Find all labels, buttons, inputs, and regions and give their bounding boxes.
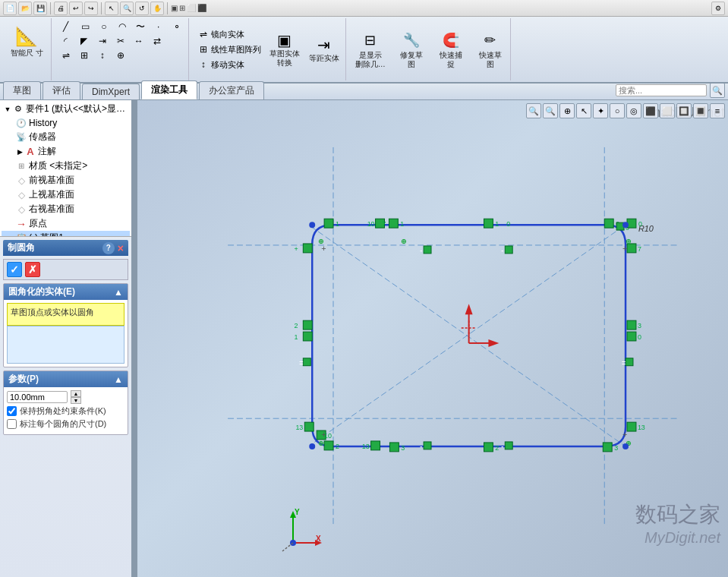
- mirror-entities-btn[interactable]: ⇌ 镜向实体: [195, 27, 263, 41]
- svg-text:+: +: [622, 430, 627, 439]
- offset-entities-btn[interactable]: ⇥ 等距实体: [306, 33, 342, 66]
- repair-sketch-btn[interactable]: 🔧 修复草图: [395, 28, 428, 71]
- rect-tool-btn[interactable]: ▭: [77, 20, 94, 33]
- redo-btn[interactable]: ↪: [84, 2, 98, 15]
- radius-up[interactable]: ▲: [71, 390, 81, 397]
- tree-root[interactable]: ▼ ⚙ 要件1 (默认<<默认>显…: [2, 102, 130, 116]
- point-tool-btn[interactable]: ·: [150, 20, 167, 33]
- search-btn[interactable]: 🔍: [710, 83, 725, 98]
- dimension-each-checkbox[interactable]: [7, 419, 17, 429]
- zoom-btn[interactable]: 🔍: [120, 2, 134, 15]
- pan-view-btn[interactable]: ✦: [593, 103, 608, 118]
- tree-item-history[interactable]: 🕐 History: [2, 116, 130, 130]
- svg-rect-39: [627, 320, 636, 329]
- extend-tool-btn[interactable]: ↔: [131, 34, 147, 48]
- new-btn[interactable]: 📄: [3, 2, 17, 15]
- cancel-fillet-button[interactable]: ✗: [25, 262, 40, 277]
- move-tool-btn[interactable]: ↕: [94, 49, 111, 62]
- view-menu-btn[interactable]: ≡: [710, 103, 725, 118]
- tab-dimxpert[interactable]: DimXpert: [82, 84, 140, 99]
- zoom-fit-btn[interactable]: ⊕: [559, 103, 575, 118]
- view-toolbar: 🔍 🔍 ⊕ ↖ ✦ ○ ◎ ⬛ ⬜ 🔲 🔳 ≡: [140, 103, 725, 118]
- line-icon: ╱: [60, 20, 72, 33]
- zoom-in-btn[interactable]: 🔍: [526, 103, 541, 118]
- tab-sketch[interactable]: 草图: [3, 81, 41, 99]
- help-button[interactable]: ?: [102, 242, 115, 254]
- chamfer-tool-btn[interactable]: ◤: [76, 34, 93, 48]
- tab-evaluate[interactable]: 评估: [43, 81, 80, 99]
- svg-text:7: 7: [638, 245, 641, 253]
- copy-tool-btn[interactable]: ⊕: [112, 49, 129, 62]
- fillet-entities-section: 圆角化的实体(E) ▲ 草图顶点或实体以圆角: [3, 283, 128, 367]
- sep3: [167, 2, 168, 14]
- view-display2-btn[interactable]: ⬛: [643, 103, 658, 118]
- right-plane-icon: ◇: [15, 203, 27, 216]
- zoom-out-btn[interactable]: 🔍: [543, 103, 558, 118]
- origin-icon: →: [15, 218, 27, 230]
- view-display5-btn[interactable]: 🔳: [693, 103, 708, 118]
- annotation-expand[interactable]: ▶: [15, 147, 24, 156]
- view-display1-btn[interactable]: ◎: [626, 103, 641, 118]
- view-display3-btn[interactable]: ⬜: [660, 103, 675, 118]
- move-entities-btn[interactable]: ↕ 移动实体: [195, 58, 263, 71]
- svg-rect-63: [303, 358, 310, 366]
- smart-dim-btn[interactable]: 📐 智能尺 寸: [8, 20, 46, 62]
- tree-item-annotation[interactable]: ▶ A 注解: [2, 144, 130, 159]
- view-orientation-btn[interactable]: ○: [610, 103, 625, 118]
- fillet-entities-collapse[interactable]: ▲: [114, 287, 123, 298]
- tab-render[interactable]: 渲染工具: [141, 80, 197, 99]
- quick-sketch-btn[interactable]: ✏ 快速草图: [474, 28, 507, 71]
- ok-button[interactable]: ✓: [7, 262, 22, 277]
- tree-item-top-plane[interactable]: ◇ 上视基准面: [2, 188, 130, 202]
- tree-front-plane-label: 前视基准面: [29, 174, 74, 187]
- tree-item-origin[interactable]: → 原点: [2, 216, 130, 231]
- tree-item-sensor[interactable]: 📡 传感器: [2, 130, 130, 144]
- tab-office[interactable]: 办公室产品: [199, 81, 264, 99]
- svg-text:+: +: [321, 430, 326, 439]
- save-btn[interactable]: 💾: [33, 2, 47, 15]
- fillet-entities-header[interactable]: 圆角化的实体(E) ▲: [4, 284, 128, 300]
- quick-snap-btn[interactable]: 🧲 快速捕捉: [434, 28, 468, 71]
- svg-rect-24: [376, 219, 385, 228]
- rotate-btn[interactable]: ↺: [135, 2, 149, 15]
- centerline-tool-btn[interactable]: ⚬: [169, 20, 185, 33]
- spline-tool-btn[interactable]: 〜: [132, 20, 149, 33]
- tree-item-right-plane[interactable]: ◇ 右视基准面: [2, 202, 130, 216]
- select-btn[interactable]: ↖: [105, 2, 118, 15]
- tree-root-expand[interactable]: ▼: [3, 105, 12, 114]
- radius-input[interactable]: [7, 391, 68, 403]
- pattern-tool-btn[interactable]: ⊞: [76, 49, 93, 62]
- display-delete-btn[interactable]: ⊟ 是显示删除几…: [352, 28, 389, 71]
- offset-tool-btn[interactable]: ⇥: [94, 34, 111, 48]
- options-btn[interactable]: ⚙: [711, 2, 725, 15]
- keep-constraint-checkbox[interactable]: [7, 406, 17, 416]
- tree-item-material[interactable]: ⊞ 材质 <未指定>: [2, 159, 130, 173]
- tree-item-sketch1[interactable]: 📋 (-) 草图1: [2, 231, 130, 237]
- convert-tool-btn[interactable]: ⇄: [149, 34, 165, 48]
- tree-item-front-plane[interactable]: ◇ 前视基准面: [2, 173, 130, 188]
- line-tool-btn[interactable]: ╱: [58, 20, 76, 33]
- linear-pattern-btn[interactable]: ⊞ 线性草图阵列: [195, 43, 263, 56]
- fillet-params-header[interactable]: 参数(P) ▲: [4, 371, 128, 387]
- svg-text:Y: Y: [295, 509, 300, 516]
- undo-btn[interactable]: ↩: [69, 2, 83, 15]
- fillet-tool-btn[interactable]: ◜: [58, 34, 74, 48]
- trim-tool-btn[interactable]: ✂: [112, 34, 129, 48]
- circle-icon: ○: [98, 20, 110, 33]
- svg-marker-79: [488, 339, 499, 347]
- mirror-tool-btn[interactable]: ⇌: [58, 49, 74, 62]
- arc-tool-btn[interactable]: ◠: [114, 20, 131, 33]
- solid3d-btn[interactable]: ▣ 草图实体转换: [266, 33, 303, 66]
- svg-text:0: 0: [616, 220, 619, 228]
- fillet-params-collapse[interactable]: ▲: [114, 374, 123, 385]
- radius-down[interactable]: ▼: [71, 397, 81, 404]
- rotate-view-btn[interactable]: ↖: [576, 103, 591, 118]
- view-display4-btn[interactable]: 🔲: [676, 103, 692, 118]
- search-input[interactable]: [616, 84, 707, 96]
- print-btn[interactable]: 🖨: [54, 2, 68, 15]
- circle-tool-btn[interactable]: ○: [96, 20, 112, 33]
- close-button[interactable]: ×: [118, 242, 124, 254]
- pan-btn[interactable]: ✋: [150, 2, 164, 15]
- mirror-entities-label: 镜向实体: [211, 29, 244, 40]
- open-btn[interactable]: 📂: [18, 2, 32, 15]
